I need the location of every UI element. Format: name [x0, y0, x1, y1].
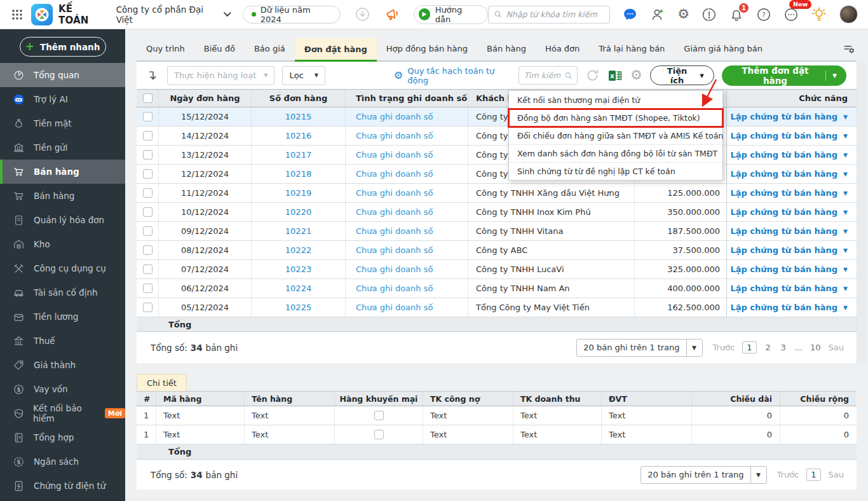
release-notes-icon[interactable] [702, 7, 717, 22]
refresh-icon[interactable] [585, 68, 600, 83]
tab-chi-tiet[interactable]: Chi tiết [137, 374, 187, 391]
order-number-link[interactable]: 10216 [251, 127, 345, 145]
export-excel-icon[interactable]: x [607, 69, 623, 83]
sidebar-item[interactable]: Tiền lương [0, 305, 125, 329]
tab[interactable]: Quy trình [137, 37, 194, 60]
row-checkbox[interactable] [143, 112, 153, 121]
order-row[interactable]: 14/12/2024 10216 Chưa ghi doanh số Công … [137, 127, 857, 146]
quick-add-button[interactable]: + Thêm nhanh [20, 37, 106, 57]
tab[interactable]: Bán hàng [477, 37, 536, 60]
tab[interactable]: Giảm giá hàng bán [674, 37, 772, 60]
order-row[interactable]: 06/12/2024 10224 Chưa ghi doanh số Công … [137, 279, 857, 298]
megaphone-icon[interactable] [384, 7, 400, 22]
order-row[interactable]: 15/12/2024 10215 Chưa ghi doanh số Công … [137, 107, 857, 127]
sidebar-item[interactable]: Kết nối bảo hiểm Mới [0, 401, 125, 425]
chevron-down-icon[interactable]: ▼ [843, 247, 848, 254]
order-number-link[interactable]: 10219 [251, 184, 345, 202]
prev-page-button[interactable]: Trước [713, 343, 735, 352]
add-user-icon[interactable] [650, 7, 665, 22]
col-header-revenue-account[interactable]: TK doanh thu [513, 392, 601, 406]
help-icon[interactable]: ? [756, 7, 771, 22]
chevron-down-icon[interactable]: ▼ [843, 152, 848, 158]
row-checkbox[interactable] [143, 207, 153, 217]
create-sales-doc-link[interactable]: Lập chứng từ bán hàng [730, 150, 837, 160]
guide-button[interactable]: Hướng dẫn [414, 5, 489, 24]
more-icon[interactable]: New [783, 7, 799, 22]
row-checkbox[interactable] [143, 226, 153, 236]
next-page-button[interactable]: Sau [829, 470, 844, 479]
page-number[interactable]: 10 [810, 343, 821, 352]
promo-checkbox[interactable] [374, 430, 384, 439]
col-header-item-name[interactable]: Tên hàng [244, 392, 334, 406]
company-selector[interactable]: Công ty cổ phần Đại Việt [116, 4, 231, 25]
tab[interactable]: Báo giá [245, 37, 295, 60]
page-number[interactable]: 3 [780, 343, 787, 352]
sidebar-item[interactable]: Trợ lý AI [0, 87, 125, 111]
chat-icon[interactable] [622, 6, 638, 22]
sidebar-item[interactable]: Ngân sách [0, 450, 125, 474]
sort-icon[interactable] [146, 69, 159, 83]
order-row[interactable]: 07/12/2024 10223 Chưa ghi doanh số Công … [137, 260, 857, 279]
create-sales-doc-link[interactable]: Lập chứng từ bán hàng [730, 245, 837, 255]
utilities-menu-item[interactable]: Kết nối sàn thương mại điện tử [509, 91, 722, 109]
batch-action-select[interactable]: Thực hiện hàng loạt ▼ [167, 66, 275, 85]
row-checkbox[interactable] [143, 284, 153, 293]
row-checkbox[interactable] [143, 303, 153, 312]
order-number-link[interactable]: 10224 [251, 279, 345, 298]
create-sales-doc-link[interactable]: Lập chứng từ bán hàng [730, 226, 837, 236]
gear-icon[interactable]: ⚙ [677, 8, 689, 21]
order-number-link[interactable]: 10218 [251, 165, 345, 183]
create-sales-doc-link[interactable]: Lập chứng từ bán hàng [730, 284, 837, 293]
tab[interactable]: Hóa đơn [536, 37, 589, 60]
row-checkbox[interactable] [143, 169, 153, 179]
sidebar-item[interactable]: Kho [0, 232, 125, 256]
col-header-item-code[interactable]: Mã hàng [156, 392, 244, 406]
tab[interactable]: Trả lại hàng bán [589, 37, 674, 60]
sidebar-item[interactable]: Giá thành [0, 353, 125, 377]
bell-icon[interactable]: 1 [729, 7, 744, 22]
order-row[interactable]: 12/12/2024 10218 Chưa ghi doanh số Công … [137, 165, 857, 184]
chevron-down-icon[interactable]: ▼ [843, 114, 848, 120]
row-checkbox[interactable] [143, 188, 153, 198]
utilities-menu-item[interactable]: Đồng bộ đơn hàng sàn TMĐT (Shopee, Tikto… [509, 109, 722, 127]
order-number-link[interactable]: 10220 [251, 203, 345, 221]
page-number[interactable]: 1 [742, 341, 756, 353]
sidebar-item[interactable]: Công cụ dụng cụ [0, 256, 125, 280]
sidebar-item[interactable]: Tài sản cố định [0, 280, 125, 305]
prev-page-button[interactable]: Trước [777, 470, 799, 479]
tab-settings-icon[interactable] [843, 43, 855, 55]
chevron-down-icon[interactable]: ▼ [843, 171, 848, 177]
chevron-down-icon[interactable]: ▼ [843, 190, 848, 196]
add-order-button[interactable]: Thêm đơn đặt hàng ▼ [722, 65, 846, 86]
order-number-link[interactable]: 10215 [251, 107, 345, 126]
sidebar-item[interactable]: Bán hàng [0, 184, 125, 208]
create-sales-doc-link[interactable]: Lập chứng từ bán hàng [730, 131, 837, 141]
order-row[interactable]: 05/12/2024 10225 Chưa ghi doanh số Tổng … [137, 298, 857, 317]
chevron-down-icon[interactable]: ▼ [843, 266, 848, 273]
table-search[interactable] [519, 66, 578, 85]
table-settings-icon[interactable]: ⚙ [630, 69, 642, 82]
page-number[interactable]: ... [795, 343, 803, 352]
order-number-link[interactable]: 10222 [251, 241, 345, 259]
tab[interactable]: Hợp đồng bán hàng [377, 37, 477, 60]
col-header-length[interactable]: Chiều dài [691, 392, 780, 406]
whats-new-lamp-icon[interactable] [811, 6, 827, 23]
create-sales-doc-link[interactable]: Lập chứng từ bán hàng [730, 264, 837, 274]
promo-checkbox[interactable] [374, 411, 384, 420]
global-search-input[interactable] [506, 10, 605, 19]
table-scrollbar[interactable] [857, 62, 866, 363]
next-page-button[interactable]: Sau [829, 343, 844, 352]
detail-row[interactable]: 1 Text Text Text Text Text 0 0 [137, 425, 857, 444]
utilities-menu-item[interactable]: Sinh chứng từ từ đề nghị lập CT kế toán [509, 162, 722, 180]
col-header-promo[interactable]: Hàng khuyến mại [334, 392, 423, 406]
row-checkbox[interactable] [143, 245, 153, 255]
create-sales-doc-link[interactable]: Lập chứng từ bán hàng [730, 303, 837, 312]
filter-button[interactable]: Lọc ▼ [282, 66, 325, 85]
page-number[interactable]: 2 [764, 343, 772, 352]
detail-row[interactable]: 1 Text Text Text Text Text 0 0 [137, 406, 857, 425]
tab[interactable]: Biểu đồ [194, 37, 245, 60]
chevron-down-icon[interactable]: ▼ [843, 305, 848, 311]
utilities-menu-item[interactable]: Đối chiếu đơn hàng giữa sàn TMĐT và AMIS… [509, 127, 722, 144]
data-year-pill[interactable]: Dữ liệu năm 2024 [243, 6, 341, 24]
sidebar-item[interactable]: Tiền gửi [0, 135, 125, 160]
